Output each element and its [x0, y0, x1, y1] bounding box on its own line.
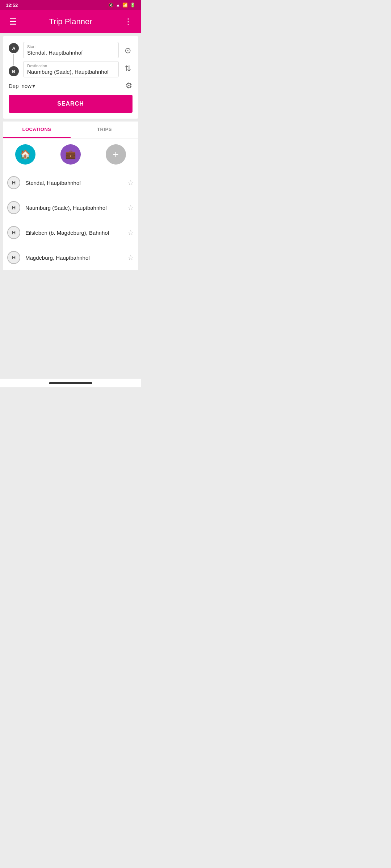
- tabs: LOCATIONS TRIPS: [3, 122, 138, 138]
- dep-value: now: [22, 83, 32, 89]
- settings-button[interactable]: ⚙: [125, 81, 133, 90]
- destination-input[interactable]: Destination Naumburg (Saale), Hauptbahnh…: [23, 61, 119, 77]
- list-item[interactable]: H Magdeburg, Hauptbahnhof ☆: [3, 245, 138, 270]
- status-time: 12:52: [6, 3, 18, 8]
- inputs-col: Start Stendal, Hauptbahnhof Destination …: [23, 42, 119, 77]
- chevron-down-icon: ▾: [32, 82, 35, 89]
- mute-icon: 🔇: [108, 3, 114, 8]
- battery-icon: 🔋: [130, 3, 135, 8]
- tab-locations[interactable]: LOCATIONS: [3, 122, 71, 138]
- marker-b: B: [9, 66, 19, 76]
- menu-button[interactable]: ☰: [6, 14, 20, 29]
- dep-dropdown-button[interactable]: now ▾: [22, 82, 35, 89]
- app-bar: ☰ Trip Planner ⋮: [0, 10, 141, 33]
- home-icon: 🏠: [20, 149, 31, 159]
- location-badge-h: H: [7, 201, 20, 214]
- work-location-button[interactable]: 💼: [60, 144, 81, 165]
- list-item[interactable]: H Stendal, Hauptbahnhof ☆: [3, 170, 138, 195]
- location-badge-h: H: [7, 226, 20, 239]
- swap-icon: ⇅: [125, 64, 131, 73]
- route-row: A B Start Stendal, Hauptbahnhof Destinat…: [9, 42, 133, 77]
- briefcase-icon: 💼: [65, 149, 76, 159]
- right-actions: ⊙ ⇅: [123, 44, 133, 75]
- favorite-button[interactable]: ☆: [127, 228, 134, 237]
- location-icon: ⊙: [125, 46, 131, 55]
- swap-button[interactable]: ⇅: [123, 63, 133, 75]
- nav-pill: [49, 382, 92, 384]
- empty-area: [0, 270, 141, 379]
- home-location-button[interactable]: 🏠: [15, 144, 35, 165]
- destination-value: Naumburg (Saale), Hauptbahnhof: [27, 69, 115, 75]
- search-form: A B Start Stendal, Hauptbahnhof Destinat…: [3, 36, 138, 119]
- dep-row: Dep now ▾ ⚙: [9, 81, 133, 90]
- route-line: [13, 54, 14, 65]
- search-button[interactable]: SEARCH: [9, 95, 133, 113]
- dep-left: Dep now ▾: [9, 82, 35, 89]
- nav-bar: [0, 379, 141, 387]
- start-label: Start: [27, 44, 115, 49]
- status-icons: 🔇 ▲ 📶 🔋: [108, 3, 135, 8]
- marker-a: A: [9, 43, 19, 53]
- tab-trips[interactable]: TRIPS: [71, 122, 138, 138]
- favorite-button[interactable]: ☆: [127, 203, 134, 212]
- plus-icon: +: [113, 149, 118, 160]
- page-title: Trip Planner: [49, 17, 92, 26]
- status-bar: 12:52 🔇 ▲ 📶 🔋: [0, 0, 141, 10]
- location-badge-h: H: [7, 251, 20, 264]
- location-name: Magdeburg, Hauptbahnhof: [25, 255, 127, 261]
- signal-icon: ▲: [116, 3, 120, 8]
- location-list: H Stendal, Hauptbahnhof ☆ H Naumburg (Sa…: [3, 170, 138, 270]
- destination-label: Destination: [27, 64, 115, 68]
- settings-icon: ⚙: [125, 81, 133, 90]
- quick-icons: 🏠 💼 +: [3, 138, 138, 170]
- location-name: Eilsleben (b. Magdeburg), Bahnhof: [25, 230, 127, 236]
- dep-label: Dep: [9, 83, 19, 89]
- favorite-button[interactable]: ☆: [127, 178, 134, 187]
- favorite-button[interactable]: ☆: [127, 253, 134, 262]
- location-name: Stendal, Hauptbahnhof: [25, 180, 127, 186]
- location-name: Naumburg (Saale), Hauptbahnhof: [25, 205, 127, 211]
- list-item[interactable]: H Eilsleben (b. Magdeburg), Bahnhof ☆: [3, 220, 138, 245]
- location-badge-h: H: [7, 176, 20, 189]
- my-location-button[interactable]: ⊙: [123, 44, 133, 57]
- more-options-button[interactable]: ⋮: [121, 14, 135, 29]
- start-input[interactable]: Start Stendal, Hauptbahnhof: [23, 42, 119, 58]
- list-item[interactable]: H Naumburg (Saale), Hauptbahnhof ☆: [3, 195, 138, 220]
- bars-icon: 📶: [122, 3, 128, 8]
- start-value: Stendal, Hauptbahnhof: [27, 50, 115, 56]
- add-location-button[interactable]: +: [106, 144, 126, 165]
- route-markers: A B: [9, 43, 19, 76]
